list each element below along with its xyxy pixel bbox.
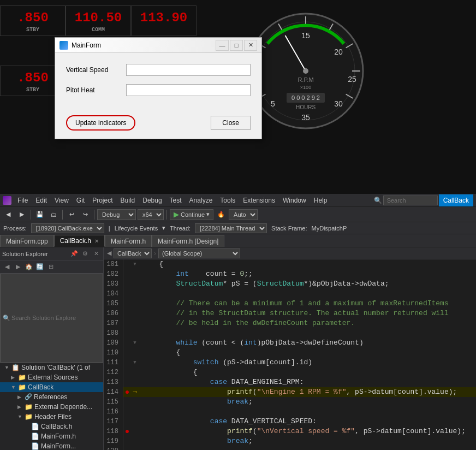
solution-icon: 📋 xyxy=(11,364,20,371)
tab-mainform-h[interactable]: MainForm.h xyxy=(105,235,152,247)
se-collapse-button[interactable]: ⊟ xyxy=(46,262,56,272)
forward-button[interactable]: ▶ xyxy=(16,209,28,220)
stack-label: Stack Frame: xyxy=(271,225,307,232)
se-refresh-button[interactable]: 🔄 xyxy=(35,262,45,272)
menu-edit[interactable]: Edit xyxy=(32,196,51,205)
platform-dropdown[interactable]: x64 x86 xyxy=(138,209,164,220)
auto-dropdown[interactable]: Auto xyxy=(229,209,258,220)
solution-explorer: Solution Explorer 📌 ⚙ ✕ ◀ ▶ 🏠 🔄 ⊟ 🔍 ▼ 📋 xyxy=(0,247,104,450)
menu-file[interactable]: File xyxy=(14,196,32,205)
process-label: Process: xyxy=(3,225,27,232)
tab-mainform-cpp[interactable]: MainForm.cpp xyxy=(0,235,54,247)
vertical-speed-input[interactable] xyxy=(126,64,251,76)
tree-solution[interactable]: ▼ 📋 Solution 'CallBack' (1 of xyxy=(0,363,103,372)
thread-dropdown[interactable]: [22284] Main Thread xyxy=(195,223,267,233)
tree-callback[interactable]: ▼ 📁 CallBack xyxy=(0,382,103,392)
code-line-112: 112 { xyxy=(104,368,476,377)
se-back-button[interactable]: ◀ xyxy=(2,262,12,272)
code-area[interactable]: 101 ▼ { 102 int count = 0;; 103 xyxy=(104,259,476,450)
menu-git[interactable]: Git xyxy=(73,196,88,205)
vs-tabs: MainForm.cpp CallBack.h ✕ MainForm.h Mai… xyxy=(0,234,476,247)
vs-search-input[interactable] xyxy=(383,196,438,205)
callback-expand-icon: ▼ xyxy=(11,384,16,390)
external-sources-label: External Sources xyxy=(28,374,78,381)
toolbar-sep-3 xyxy=(94,210,94,220)
continue-button[interactable]: ▶ Continue ▾ xyxy=(170,209,213,220)
se-search-box[interactable]: 🔍 xyxy=(0,274,103,363)
code-line-116: 116 xyxy=(104,407,476,417)
vertical-speed-label: Vertical Speed xyxy=(66,66,126,74)
process-dropdown[interactable]: [18920] CallBack.exe xyxy=(31,223,104,233)
breakpoint-icon: ● xyxy=(125,387,129,397)
callbackh-label: CallBack.h xyxy=(41,423,72,430)
menu-help[interactable]: Help xyxy=(310,196,331,205)
lifecycle-arrow: ▾ xyxy=(162,224,165,232)
maximize-button[interactable]: □ xyxy=(230,40,243,51)
svg-point-23 xyxy=(303,68,308,74)
search-icon: 🔍 xyxy=(3,315,10,322)
mainformh-icon: 📄 xyxy=(31,433,39,440)
debug-config-dropdown[interactable]: Debug Release xyxy=(97,209,136,220)
code-line-105: 105 // There can be a minimum of 1 and a… xyxy=(104,299,476,309)
code-line-102: 102 int count = 0;; xyxy=(104,269,476,279)
update-indicators-button[interactable]: Update indicators xyxy=(66,115,135,131)
menu-analyze[interactable]: Analyze xyxy=(186,196,217,205)
se-close-button[interactable]: ✕ xyxy=(91,249,101,259)
references-icon: 🔗 xyxy=(25,393,32,400)
toolbar-sep-1 xyxy=(31,210,31,220)
toolbar-sep-4 xyxy=(166,210,167,220)
se-search-input[interactable] xyxy=(11,315,100,321)
tree-references[interactable]: ▶ 🔗 References xyxy=(0,392,103,402)
save-all-button[interactable]: 🗂 xyxy=(47,209,59,220)
file-dropdown[interactable]: CallBack xyxy=(114,248,152,258)
se-home-button[interactable]: 🏠 xyxy=(24,262,34,272)
callback-menu-button[interactable]: CallBack xyxy=(439,194,473,206)
se-pin-button[interactable]: 📌 xyxy=(69,249,79,259)
vs-area: File Edit View Git Project Build Debug T… xyxy=(0,194,476,450)
tab-mainform-design[interactable]: MainForm.h [Design] xyxy=(152,235,224,247)
close-button[interactable]: ✕ xyxy=(244,40,257,51)
code-line-111: 111 ▼ switch (pS->datum[count].id) xyxy=(104,358,476,368)
menu-window[interactable]: Window xyxy=(279,196,310,205)
editor-nav-icon: ◀ xyxy=(107,250,111,257)
tree-mainform2[interactable]: 📄 MainForm... xyxy=(0,441,103,451)
save-button[interactable]: 💾 xyxy=(34,209,46,220)
ext-dep-expand-icon: ▶ xyxy=(17,404,23,410)
se-forward-button[interactable]: ▶ xyxy=(13,262,23,272)
menu-build[interactable]: Build xyxy=(117,196,139,205)
menu-tools[interactable]: Tools xyxy=(216,196,239,205)
mainform-dialog: MainForm — □ ✕ Vertical Speed Pitot Heat… xyxy=(55,37,262,139)
tree-external-depends[interactable]: ▶ 📁 External Depende... xyxy=(0,402,103,412)
svg-text:HOURS: HOURS xyxy=(296,104,316,110)
header-label: Header Files xyxy=(34,413,72,421)
close-dialog-button[interactable]: Close xyxy=(211,116,251,130)
hot-reload-button[interactable]: 🔥 xyxy=(215,209,227,220)
tab-callback-h[interactable]: CallBack.h ✕ xyxy=(54,235,105,247)
back-button[interactable]: ◀ xyxy=(2,209,14,220)
pitot-heat-label: Pitot Heat xyxy=(66,86,126,94)
tree-external-sources[interactable]: ▶ 📁 External Sources xyxy=(0,372,103,382)
editor-nav: ◀ CallBack › (Global Scope) xyxy=(104,247,476,259)
menu-extensions[interactable]: Extensions xyxy=(239,196,279,205)
vs-logo xyxy=(3,196,11,205)
minimize-button[interactable]: — xyxy=(216,40,229,51)
code-line-113: 113 case DATA_ENGINE1_RPM: xyxy=(104,377,476,387)
tree-mainformh[interactable]: 📄 MainForm.h xyxy=(0,431,103,441)
menu-project[interactable]: Project xyxy=(88,196,116,205)
se-title: Solution Explorer xyxy=(2,251,68,257)
solution-expand-icon: ▼ xyxy=(4,365,10,370)
tree-header-files[interactable]: ▼ 📁 Header Files xyxy=(0,412,103,422)
pitot-heat-input[interactable] xyxy=(126,84,251,96)
tab-close-callback[interactable]: ✕ xyxy=(94,238,99,244)
menu-test[interactable]: Test xyxy=(166,196,186,205)
menu-debug[interactable]: Debug xyxy=(139,196,165,205)
callbackh-icon: 📄 xyxy=(31,423,39,430)
redo-button[interactable]: ↪ xyxy=(79,209,91,220)
se-toolbar: ◀ ▶ 🏠 🔄 ⊟ xyxy=(0,260,103,274)
menu-view[interactable]: View xyxy=(51,196,73,205)
code-line-120: 120 xyxy=(104,446,476,450)
tree-callbackh[interactable]: 📄 CallBack.h xyxy=(0,422,103,431)
se-settings-button[interactable]: ⚙ xyxy=(80,249,90,259)
undo-button[interactable]: ↩ xyxy=(66,209,78,220)
scope-dropdown[interactable]: (Global Scope) xyxy=(158,248,240,258)
